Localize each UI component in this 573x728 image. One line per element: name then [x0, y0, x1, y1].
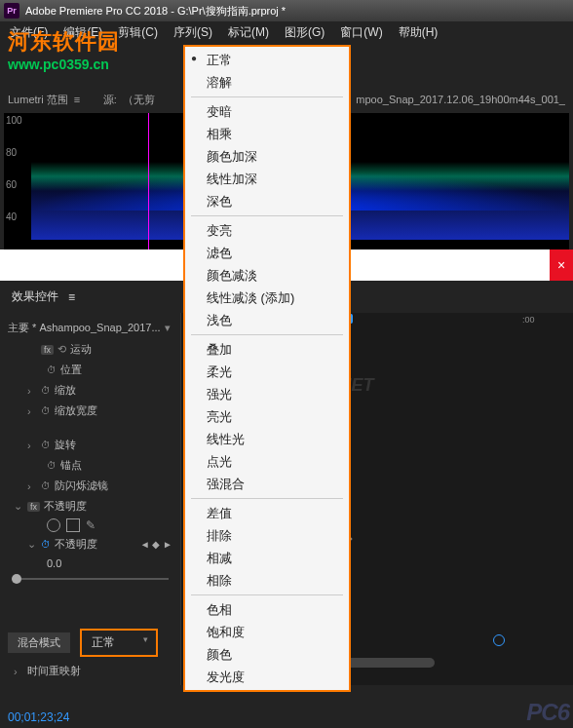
prop-opacity-group[interactable]: ⌄fx 不透明度: [0, 496, 180, 517]
blend-option[interactable]: 饱和度: [185, 621, 349, 643]
tab-lumetri-scopes[interactable]: Lumetri 范围: [8, 93, 86, 107]
blend-option[interactable]: 色相: [185, 598, 349, 621]
watermark-title: 河东软件园: [8, 27, 120, 57]
blend-option[interactable]: 相除: [185, 569, 349, 592]
app-icon: Pr: [4, 3, 19, 19]
prop-scale-width[interactable]: ›⏱ 缩放宽度: [0, 401, 180, 421]
corner-watermark: PC6: [526, 699, 569, 726]
blend-option[interactable]: 发光度: [185, 666, 349, 688]
blend-mode-dropdown[interactable]: 正常: [84, 632, 154, 653]
menu-sequence[interactable]: 序列(S): [166, 22, 220, 43]
mask-rectangle-icon[interactable]: [66, 518, 80, 532]
watermark-url: www.pc0359.cn: [8, 57, 120, 72]
blend-mode-label: 混合模式: [8, 632, 70, 653]
watermark-overlay: 河东软件园 www.pc0359.cn: [8, 27, 120, 72]
effects-property-list: 主要 * Ashampoo_Snap_2017... ▾ fx⟲ 运动 ⏱ 位置…: [0, 313, 180, 685]
menu-separator: [191, 334, 343, 335]
menu-separator: [191, 96, 343, 97]
close-icon[interactable]: ×: [550, 249, 573, 281]
mask-shape-buttons: ✎: [0, 517, 180, 534]
prop-rotation[interactable]: ›⏱ 旋转: [0, 435, 180, 455]
prop-position[interactable]: ⏱ 位置: [0, 360, 180, 380]
blend-option[interactable]: 深色: [185, 190, 349, 212]
blend-option[interactable]: 点光: [185, 450, 349, 473]
blend-option[interactable]: 强混合: [185, 473, 349, 495]
blend-option[interactable]: 浅色: [185, 309, 349, 331]
blend-option[interactable]: 滤色: [185, 242, 349, 264]
tab-source[interactable]: 源: （无剪: [103, 93, 155, 107]
blend-mode-highlight: 正常: [80, 629, 158, 657]
prop-antiflicker[interactable]: ›⏱ 防闪烁滤镜: [0, 476, 180, 496]
menu-graphics[interactable]: 图形(G): [277, 22, 332, 43]
blend-option[interactable]: 正常: [185, 49, 349, 71]
panel-menu-icon[interactable]: [74, 94, 86, 105]
blend-option[interactable]: 排除: [185, 524, 349, 547]
blend-option[interactable]: 强光: [185, 383, 349, 405]
panel-menu-icon[interactable]: [68, 290, 80, 304]
blend-mode-row: 混合模式 正常: [0, 625, 180, 661]
opacity-value[interactable]: 0.0: [0, 555, 180, 572]
prop-motion[interactable]: fx⟲ 运动: [0, 339, 180, 360]
blend-option[interactable]: 颜色: [185, 643, 349, 666]
prop-time-remap[interactable]: › 时间重映射: [0, 661, 180, 681]
menu-marker[interactable]: 标记(M): [220, 22, 277, 43]
blend-option[interactable]: 线性光: [185, 428, 349, 450]
blend-option[interactable]: 线性加深: [185, 168, 349, 190]
blend-option[interactable]: 溶解: [185, 71, 349, 94]
blend-option[interactable]: 柔光: [185, 361, 349, 383]
blend-option[interactable]: 差值: [185, 502, 349, 524]
prop-scale[interactable]: ›⏱ 缩放: [0, 380, 180, 401]
timecode-display[interactable]: 00;01;23;24: [8, 710, 69, 724]
tab-sequence-name[interactable]: mpoo_Snap_2017.12.06_19h00m44s_001_: [356, 94, 565, 105]
title-bar: Pr Adobe Premiere Pro CC 2018 - G:\Pr\搜狗…: [0, 0, 573, 21]
timeline-marker-icon[interactable]: [493, 634, 505, 646]
blend-option[interactable]: 叠加: [185, 338, 349, 361]
blend-option[interactable]: 相减: [185, 547, 349, 569]
blend-option[interactable]: 线性减淡 (添加): [185, 287, 349, 309]
blend-option[interactable]: 颜色减淡: [185, 264, 349, 287]
blend-option[interactable]: 颜色加深: [185, 145, 349, 168]
master-clip-label[interactable]: 主要 * Ashampoo_Snap_2017... ▾: [0, 317, 180, 339]
selected-bullet-icon: ●: [191, 53, 197, 63]
menu-separator: [191, 498, 343, 499]
scope-axis: 100 80 60 40: [6, 115, 22, 244]
mask-ellipse-icon[interactable]: [47, 518, 60, 532]
menu-window[interactable]: 窗口(W): [332, 22, 390, 43]
opacity-slider[interactable]: [0, 572, 180, 586]
menu-separator: [191, 215, 343, 216]
blend-option[interactable]: 变亮: [185, 219, 349, 242]
blend-option[interactable]: 变暗: [185, 100, 349, 123]
prop-opacity[interactable]: ⌄⏱ 不透明度◄ ◆ ►: [0, 534, 180, 555]
blend-option[interactable]: 亮光: [185, 405, 349, 428]
menu-help[interactable]: 帮助(H): [391, 22, 446, 43]
menu-separator: [191, 594, 343, 595]
window-title: Adobe Premiere Pro CC 2018 - G:\Pr\搜狗指南.…: [25, 4, 286, 19]
mask-pen-icon[interactable]: ✎: [86, 518, 99, 532]
blend-option[interactable]: 相乘: [185, 123, 349, 145]
blend-mode-menu: ● 正常溶解变暗相乘颜色加深线性加深深色变亮滤色颜色减淡线性减淡 (添加)浅色叠…: [183, 45, 351, 692]
prop-anchor[interactable]: ⏱ 锚点: [0, 455, 180, 476]
